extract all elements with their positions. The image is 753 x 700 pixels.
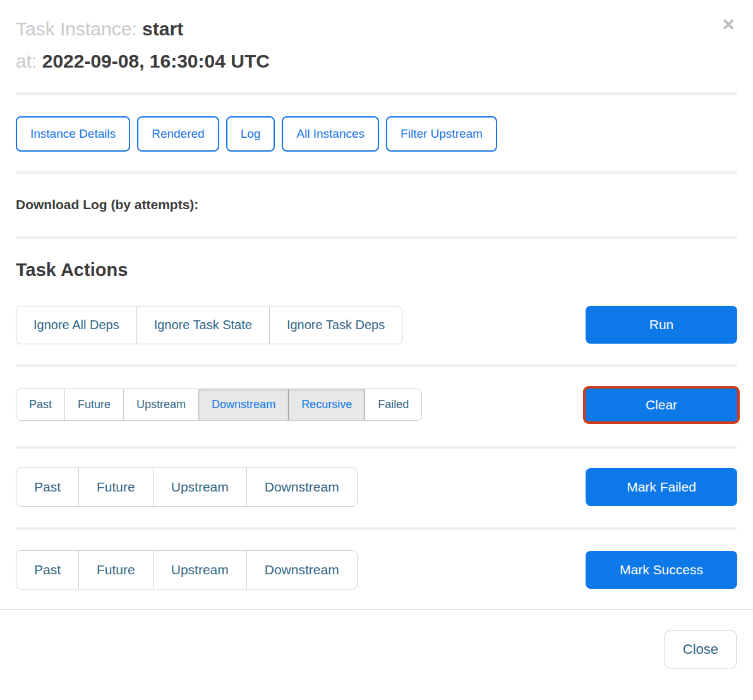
mark-failed-options-group: Past Future Upstream Downstream <box>16 468 358 507</box>
download-log-section: Download Log (by attempts): <box>0 174 753 236</box>
run-action-row: Ignore All Deps Ignore Task State Ignore… <box>0 306 753 344</box>
mark-failed-divider <box>16 527 737 530</box>
filter-upstream-button[interactable]: Filter Upstream <box>386 116 497 152</box>
mark-success-button[interactable]: Mark Success <box>586 551 737 589</box>
ignore-all-deps-button[interactable]: Ignore All Deps <box>16 306 136 344</box>
run-button[interactable]: Run <box>586 306 737 344</box>
instance-details-button[interactable]: Instance Details <box>16 116 130 152</box>
log-button[interactable]: Log <box>226 116 275 152</box>
success-past-button[interactable]: Past <box>16 551 78 589</box>
run-divider <box>16 364 737 367</box>
ignore-task-deps-button[interactable]: Ignore Task Deps <box>269 306 402 344</box>
execution-datetime: 2022-09-08, 16:30:04 UTC <box>42 51 270 71</box>
clear-upstream-button[interactable]: Upstream <box>123 389 198 420</box>
mark-success-options-group: Past Future Upstream Downstream <box>16 550 358 589</box>
task-instance-modal: Task Instance: start at: 2022-09-08, 16:… <box>0 0 753 700</box>
clear-downstream-button[interactable]: Downstream <box>198 389 288 420</box>
clear-action-row: Past Future Upstream Downstream Recursiv… <box>0 389 753 421</box>
success-upstream-button[interactable]: Upstream <box>153 551 246 589</box>
run-options-group: Ignore All Deps Ignore Task State Ignore… <box>16 306 402 344</box>
download-log-label: Download Log (by attempts): <box>16 197 198 212</box>
mark-failed-button[interactable]: Mark Failed <box>586 468 737 506</box>
close-icon[interactable]: ✕ <box>720 15 737 34</box>
clear-future-button[interactable]: Future <box>64 389 123 420</box>
all-instances-button[interactable]: All Instances <box>282 116 379 152</box>
at-label: at: <box>16 51 37 71</box>
mark-failed-action-row: Past Future Upstream Downstream Mark Fai… <box>0 468 753 507</box>
modal-subtitle: at: 2022-09-08, 16:30:04 UTC <box>16 45 737 77</box>
failed-future-button[interactable]: Future <box>78 468 153 506</box>
failed-downstream-button[interactable]: Downstream <box>246 468 357 506</box>
close-button[interactable]: Close <box>665 631 737 668</box>
clear-options-group: Past Future Upstream Downstream Recursiv… <box>16 389 422 421</box>
success-future-button[interactable]: Future <box>78 551 153 589</box>
clear-recursive-button[interactable]: Recursive <box>288 389 364 420</box>
clear-divider <box>16 446 737 449</box>
nav-button-row: Instance Details Rendered Log All Instan… <box>0 95 753 171</box>
download-divider <box>16 236 737 239</box>
title-label: Task Instance: <box>16 18 137 39</box>
failed-upstream-button[interactable]: Upstream <box>153 468 246 506</box>
clear-failed-button[interactable]: Failed <box>364 389 421 420</box>
mark-success-action-row: Past Future Upstream Downstream Mark Suc… <box>0 550 753 589</box>
clear-button[interactable]: Clear <box>586 389 737 421</box>
failed-past-button[interactable]: Past <box>16 468 78 506</box>
rendered-button[interactable]: Rendered <box>137 116 219 152</box>
modal-title: Task Instance: start <box>16 13 737 45</box>
clear-past-button[interactable]: Past <box>16 389 64 420</box>
modal-header: Task Instance: start at: 2022-09-08, 16:… <box>0 0 753 92</box>
modal-footer: Close <box>0 609 753 684</box>
title-task-name: start <box>142 18 183 39</box>
ignore-task-state-button[interactable]: Ignore Task State <box>136 306 269 344</box>
task-actions-heading: Task Actions <box>16 260 737 281</box>
success-downstream-button[interactable]: Downstream <box>246 551 357 589</box>
